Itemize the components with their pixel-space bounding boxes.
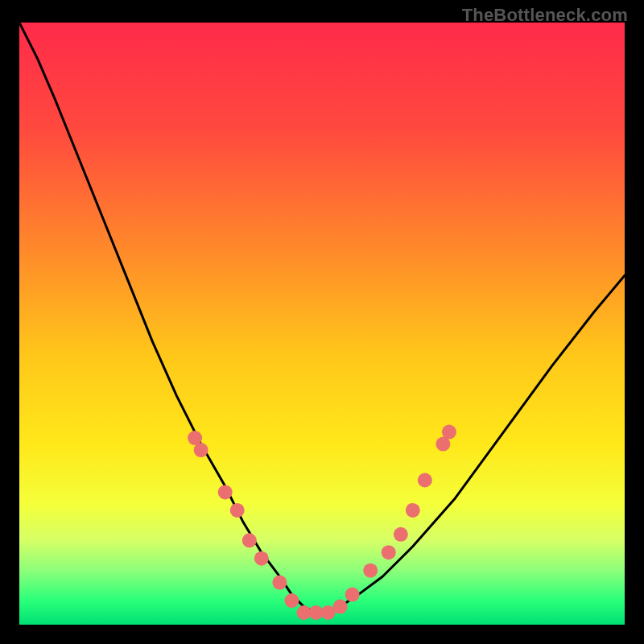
highlight-dot — [254, 551, 269, 566]
highlight-dot — [230, 503, 245, 518]
highlight-dot — [242, 533, 257, 547]
highlight-dot — [363, 564, 378, 578]
gradient-background — [19, 23, 625, 625]
highlight-dot — [272, 576, 287, 590]
highlight-dot — [382, 545, 396, 559]
chart-svg — [0, 0, 644, 644]
highlight-dot — [218, 485, 233, 499]
highlight-dot — [442, 425, 456, 440]
highlight-dot — [284, 593, 299, 608]
highlight-dot — [418, 473, 432, 488]
highlight-dot — [406, 503, 420, 518]
chart-stage: TheBottleneck.com — [0, 0, 644, 644]
highlight-dot — [194, 443, 208, 457]
highlight-dot — [394, 527, 408, 542]
highlight-dot — [345, 588, 360, 602]
highlight-dot — [333, 600, 348, 614]
